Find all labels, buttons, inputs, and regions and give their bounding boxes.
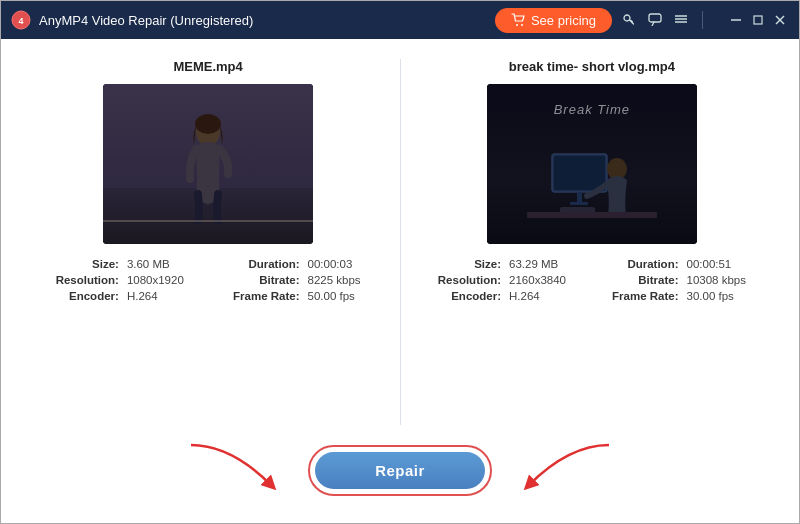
title-bar-center: See pricing — [495, 8, 789, 33]
svg-rect-5 — [649, 14, 661, 22]
right-resolution-label: Resolution: — [419, 274, 501, 286]
left-panel: MEME.mp4 — [31, 59, 385, 425]
left-bitrate-label: Bitrate: — [212, 274, 299, 286]
see-pricing-button[interactable]: See pricing — [495, 8, 612, 33]
left-bitrate-value: 8225 kbps — [308, 274, 382, 286]
right-video-thumbnail: Break Time — [487, 84, 697, 244]
left-meta-grid: Size: 3.60 MB Duration: 00:00:03 Resolut… — [31, 258, 385, 302]
main-content: MEME.mp4 — [1, 39, 799, 524]
repair-area: Repair — [31, 435, 769, 505]
left-duration-label: Duration: — [212, 258, 299, 270]
left-framerate-label: Frame Rate: — [212, 290, 299, 302]
left-arrow-icon — [171, 435, 291, 495]
center-divider — [400, 59, 401, 425]
title-bar: 4 AnyMP4 Video Repair (Unregistered) See… — [1, 1, 799, 39]
repair-button-wrapper: Repair — [308, 445, 492, 496]
svg-rect-17 — [577, 192, 582, 202]
right-framerate-label: Frame Rate: — [593, 290, 679, 302]
svg-point-3 — [521, 24, 523, 26]
left-video-thumbnail — [103, 84, 313, 244]
key-icon[interactable] — [622, 12, 636, 29]
app-title: AnyMP4 Video Repair (Unregistered) — [39, 13, 253, 28]
right-encoder-value: H.264 — [509, 290, 585, 302]
titlebar-separator — [702, 11, 703, 29]
maximize-button[interactable] — [749, 11, 767, 29]
desk-scene — [522, 134, 662, 229]
left-size-value: 3.60 MB — [127, 258, 205, 270]
right-panel-title: break time- short vlog.mp4 — [509, 59, 675, 74]
left-size-label: Size: — [35, 258, 119, 270]
left-panel-title: MEME.mp4 — [173, 59, 242, 74]
right-arrow-icon — [509, 435, 629, 495]
left-resolution-label: Resolution: — [35, 274, 119, 286]
svg-rect-16 — [554, 156, 605, 190]
window-controls — [727, 11, 789, 29]
right-framerate-value: 30.00 fps — [687, 290, 766, 302]
svg-rect-18 — [570, 202, 588, 205]
left-encoder-label: Encoder: — [35, 290, 119, 302]
right-duration-label: Duration: — [593, 258, 679, 270]
right-resolution-value: 2160x3840 — [509, 274, 585, 286]
svg-rect-21 — [527, 212, 657, 218]
svg-text:4: 4 — [18, 16, 23, 26]
see-pricing-label: See pricing — [531, 13, 596, 28]
title-bar-left: 4 AnyMP4 Video Repair (Unregistered) — [11, 10, 253, 30]
app-logo-icon: 4 — [11, 10, 31, 30]
right-bitrate-label: Bitrate: — [593, 274, 679, 286]
left-video-bg — [103, 84, 313, 244]
left-encoder-value: H.264 — [127, 290, 205, 302]
right-panel: break time- short vlog.mp4 Break Time — [415, 59, 769, 425]
close-button[interactable] — [771, 11, 789, 29]
right-size-label: Size: — [419, 258, 501, 270]
menu-icon[interactable] — [674, 12, 688, 29]
panels-row: MEME.mp4 — [31, 59, 769, 425]
svg-point-2 — [516, 24, 518, 26]
cart-icon — [511, 13, 525, 27]
right-video-bg: Break Time — [487, 84, 697, 244]
right-size-value: 63.29 MB — [509, 258, 585, 270]
chat-icon[interactable] — [648, 12, 662, 29]
right-duration-value: 00:00:51 — [687, 258, 766, 270]
left-framerate-value: 50.00 fps — [308, 290, 382, 302]
person-silhouette — [178, 114, 238, 224]
title-bar-icons — [622, 12, 688, 29]
left-resolution-value: 1080x1920 — [127, 274, 205, 286]
svg-point-14 — [195, 114, 221, 134]
repair-button[interactable]: Repair — [315, 452, 485, 489]
break-time-overlay: Break Time — [554, 102, 630, 117]
floor-line — [103, 220, 313, 222]
left-duration-value: 00:00:03 — [308, 258, 382, 270]
minimize-button[interactable] — [727, 11, 745, 29]
right-encoder-label: Encoder: — [419, 290, 501, 302]
right-meta-grid: Size: 63.29 MB Duration: 00:00:51 Resolu… — [415, 258, 769, 302]
svg-rect-10 — [754, 16, 762, 24]
right-bitrate-value: 10308 kbps — [687, 274, 766, 286]
